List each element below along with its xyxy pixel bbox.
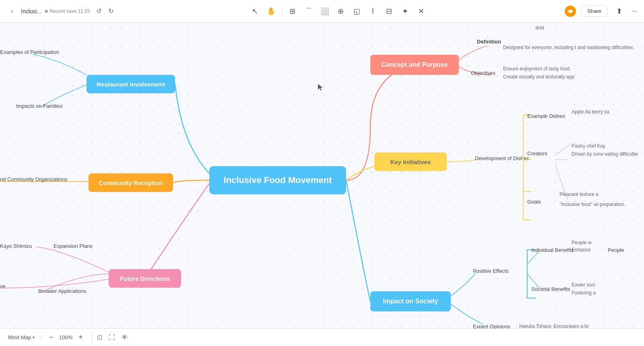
label-ve: ve	[0, 283, 6, 289]
node-concept-label: Concept and Purpose	[381, 61, 448, 68]
tool-frame[interactable]: ⊞	[285, 4, 300, 19]
label-objectives: Objectives	[471, 70, 495, 76]
label-nd-community: nd Community Organizations	[0, 176, 68, 182]
bottom-icons: ⊡ ⛶ 👁	[97, 334, 128, 341]
node-main-label: Inclusive Food Movement	[224, 175, 332, 185]
undo-button[interactable]: ↺	[93, 6, 104, 17]
node-future[interactable]: Future Directions	[109, 269, 181, 288]
export-button[interactable]: ⬆	[612, 4, 627, 19]
label-obj-text1: Ensure enjoyment of tasty food.	[503, 66, 571, 72]
label-people: People	[608, 247, 624, 253]
node-impact-label: Impact on Society	[383, 298, 438, 305]
tool-hand[interactable]: ✋	[264, 4, 279, 19]
label-positive-effects: Positive Effects	[473, 268, 509, 274]
tool-select[interactable]: ↖	[248, 4, 262, 19]
more-button[interactable]: ···	[632, 7, 638, 15]
canvas: Inclusive Food Movement Concept and Purp…	[0, 23, 644, 346]
label-broader: Broader Applications	[38, 288, 86, 294]
node-impact[interactable]: Impact on Society	[370, 291, 451, 311]
label-goals: Goals	[527, 199, 541, 205]
node-community-label: Community Reception	[99, 179, 163, 186]
node-key-label: Key Initiatives	[390, 159, 431, 165]
zoom-controls: − 100% +	[46, 333, 92, 342]
cursor	[316, 83, 324, 93]
label-goals-text1: Pleasant texture a	[559, 192, 599, 197]
label-example-dishes: Example Dishes	[527, 113, 565, 119]
tool-add[interactable]: ⊕	[334, 4, 348, 19]
eye-button[interactable]: 👁	[122, 334, 128, 341]
fit-screen-button[interactable]: ⊡	[97, 334, 102, 341]
node-future-label: Future Directions	[120, 275, 170, 282]
label-soc-text2: Fostering a	[572, 290, 596, 296]
label-societal-benefits: Societal Benefits	[531, 286, 570, 292]
tool-sticky[interactable]: ⬜	[318, 4, 332, 19]
tool-move[interactable]: ✦	[398, 4, 413, 19]
toolbar-right: Share ⬆ ···	[557, 4, 638, 19]
zoom-out-button[interactable]: −	[46, 333, 56, 342]
label-soc-text1: Easier soci	[572, 282, 595, 288]
label-examples: Examples of Participation	[0, 49, 59, 55]
node-restaurant-label: Restaurant Involvement	[97, 81, 165, 88]
tab-title: Inclusi...	[21, 8, 41, 14]
label-development: Development of Dishes	[475, 155, 529, 161]
tool-image[interactable]: ⊟	[382, 4, 396, 19]
zoom-level: 100%	[59, 334, 72, 340]
back-button[interactable]: ‹	[6, 6, 18, 17]
label-goals-text2: "Inclusive food" wi preparation.	[559, 202, 625, 207]
node-concept[interactable]: Concept and Purpose	[370, 55, 459, 75]
toolbar-center: ↖ ✋ ⊞ ⌒ ⬜ ⊕ ◱ ⌇ ⊟ ✦ ✕	[122, 4, 554, 19]
label-definition: Definition	[477, 39, 501, 45]
app-icon	[564, 5, 576, 17]
label-ind-text1: People w	[572, 240, 591, 245]
zoom-in-button[interactable]: +	[76, 333, 85, 342]
redo-button[interactable]: ↻	[105, 6, 116, 17]
label-expansion: Expansion Plans	[54, 243, 93, 249]
share-button[interactable]: Share	[581, 5, 607, 17]
bottombar: Mind Map ▾ − 100% + ⊡ ⛶ 👁	[0, 328, 644, 346]
sep1	[282, 6, 282, 16]
toolbar-left: ‹ Inclusi... Recent save 11:25 ↺ ↻	[6, 6, 119, 17]
map-type-label: Mind Map	[8, 334, 31, 340]
svg-point-1	[569, 10, 572, 13]
node-restaurant[interactable]: Restaurant Involvement	[87, 75, 175, 93]
tool-pen[interactable]: ✕	[414, 4, 429, 19]
label-obj-text2: Create visually and texturally app	[503, 74, 574, 80]
tool-connector[interactable]: ⌒	[301, 4, 316, 19]
undo-redo: ↺ ↻	[93, 6, 116, 17]
label-creators: Creators	[527, 150, 547, 157]
fullscreen-button[interactable]: ⛶	[109, 334, 115, 341]
label-and: and	[535, 25, 544, 31]
label-example-dishes-text: Apple-fla berry sa	[572, 109, 609, 115]
toolbar: ‹ Inclusi... Recent save 11:25 ↺ ↻ ↖ ✋ ⊞…	[0, 0, 644, 23]
label-kayo: Kayo Shimizu	[0, 243, 32, 249]
node-main[interactable]: Inclusive Food Movement	[209, 166, 346, 194]
save-dot	[45, 10, 48, 13]
tool-shape[interactable]: ◱	[350, 4, 364, 19]
node-community[interactable]: Community Reception	[89, 173, 173, 192]
label-definition-text: Designed for everyone, including t and s…	[503, 45, 634, 50]
tool-line[interactable]: ⌇	[366, 4, 380, 19]
chevron-down-icon: ▾	[33, 335, 35, 340]
label-ind-text2: Enhance	[572, 247, 590, 253]
save-info: Recent save 11:25	[45, 8, 90, 14]
map-type-selector[interactable]: Mind Map ▾	[8, 334, 41, 340]
save-label: Recent save 11:25	[50, 8, 90, 14]
node-key[interactable]: Key Initiatives	[374, 152, 447, 171]
label-individual-benefits: Individual Benefits	[531, 247, 574, 253]
label-creators-text1: Pastry chef Kay	[572, 143, 605, 149]
label-impacts-families: Impacts on Families	[16, 103, 63, 109]
label-creators-text2: Driven by conv eating difficultie	[572, 151, 638, 157]
